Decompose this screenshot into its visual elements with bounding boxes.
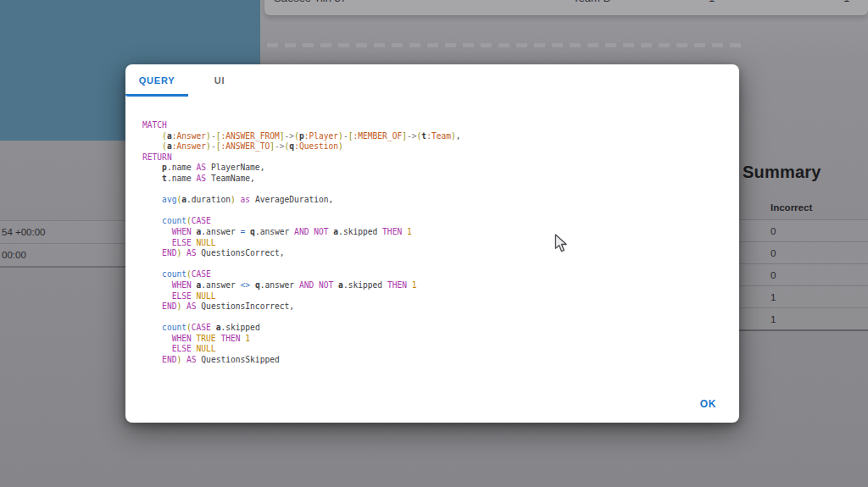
faded-divider (267, 43, 742, 47)
code-line (142, 206, 461, 217)
summary-row: 0 (739, 263, 868, 285)
summary-table: 0 0 0 1 1 (739, 219, 868, 331)
active-tab-indicator (125, 94, 188, 97)
code-line: END) AS QuestionsIncorrect, (142, 302, 461, 313)
summary-title: Summary (743, 163, 821, 182)
code-line: ELSE NULL (142, 238, 461, 249)
tab-query-label: QUERY (139, 75, 175, 86)
code-line: ELSE NULL (142, 291, 461, 302)
code-line: WHEN a.answer = q.answer AND NOT a.skipp… (142, 227, 461, 238)
code-line: ELSE NULL (142, 344, 461, 355)
code-line: count(CASE (142, 216, 461, 227)
code-line (142, 185, 461, 196)
code-line: (a:Answer)-[:ANSWER_TO]->(q:Question) (142, 141, 461, 152)
code-line: END) AS QuestionsCorrect, (142, 248, 461, 259)
code-line: (a:Answer)-[:ANSWER_FROM]->(p:Player)-[:… (142, 131, 461, 142)
code-line: WHEN a.answer <> q.answer AND NOT a.skip… (142, 280, 461, 291)
tab-ui[interactable]: UI (188, 64, 251, 97)
summary-row: 0 (739, 219, 868, 241)
tab-query[interactable]: QUERY (125, 64, 188, 97)
timestamp-cell: 54 +00:00 (0, 220, 125, 243)
code-line: WHEN TRUE THEN 1 (142, 334, 461, 345)
code-line: count(CASE (142, 269, 461, 280)
query-dialog: QUERY UI MATCH (a:Answer)-[:ANSWER_FROM]… (125, 64, 739, 423)
code-line (142, 259, 461, 270)
results-table-top-row: Saesee Tiin 37 Team B 1 1 (264, 0, 868, 15)
query-code: MATCH (a:Answer)-[:ANSWER_FROM]->(p:Play… (142, 120, 461, 366)
left-table: 54 +00:00 00:00 (0, 220, 125, 268)
summary-row: 0 (739, 241, 868, 263)
code-line: avg(a.duration) as AverageDuration, (142, 195, 461, 206)
code-line (142, 313, 461, 324)
code-line: count(CASE a.skipped (142, 323, 461, 334)
code-line: RETURN (142, 152, 461, 163)
player-name-cell: Saesee Tiin 37 (274, 0, 347, 5)
dialog-tabs: QUERY UI (125, 64, 251, 97)
value-cell-2: 1 (843, 0, 849, 5)
code-line: p.name AS PlayerName, (142, 163, 461, 174)
code-line: MATCH (142, 120, 461, 131)
summary-row: 1 (739, 285, 868, 307)
ok-button[interactable]: OK (693, 394, 724, 414)
incorrect-column-header: Incorrect (771, 202, 812, 213)
summary-row: 1 (739, 307, 868, 329)
code-line: t.name AS TeamName, (142, 174, 461, 185)
table-bottom-border (739, 329, 868, 331)
tab-ui-label: UI (214, 75, 225, 86)
app-background: Saesee Tiin 37 Team B 1 1 54 +00:00 00:0… (0, 0, 868, 487)
value-cell-1: 1 (709, 0, 715, 5)
code-line: END) AS QuestionsSkipped (142, 355, 461, 366)
timestamp-cell: 00:00 (0, 243, 125, 266)
team-name-cell: Team B (573, 0, 610, 5)
